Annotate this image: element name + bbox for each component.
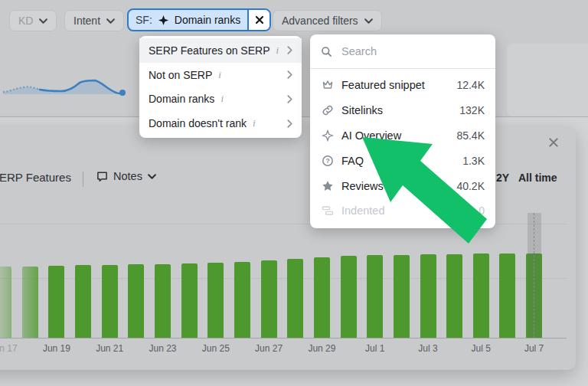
- menu-item-serp-features-on-serp[interactable]: SERP Features on SERP i: [139, 38, 302, 63]
- star-icon: [321, 180, 334, 192]
- hover-highlight-band: [528, 213, 541, 338]
- chevron-down-icon: [39, 18, 47, 24]
- x-tick-label: Jul 1: [352, 343, 398, 354]
- serp-feature-submenu: Featured snippet 12.4K Sitelinks 132K AI…: [310, 34, 495, 228]
- intent-label: Intent: [74, 15, 100, 27]
- feature-count: 40.2K: [456, 180, 485, 192]
- feature-label: Indented: [341, 204, 384, 217]
- x-tick-label: Jul 7: [511, 343, 557, 354]
- sf-dropdown-menu: SERP Features on SERP i Not on SERP i Do…: [139, 36, 302, 138]
- feature-row-ai-overview[interactable]: AI Overview 85.4K: [310, 123, 495, 149]
- feature-count: 12.4K: [456, 79, 485, 91]
- feature-label: Reviews: [341, 180, 384, 192]
- bar-jul-4: [446, 254, 462, 338]
- bar-jul-5: [473, 254, 489, 338]
- chevron-right-icon: [287, 119, 292, 128]
- search-input[interactable]: [340, 44, 473, 58]
- feature-count: 1.3K: [462, 155, 485, 167]
- bar-jun-21: [102, 265, 118, 338]
- feature-row-indented: Indented 0: [310, 198, 495, 224]
- menu-item-label: Not on SERP: [149, 69, 212, 81]
- x-tick-label: Jun 29: [299, 343, 345, 354]
- info-icon: i: [220, 93, 224, 105]
- sf-chip-remove-icon[interactable]: [247, 10, 270, 30]
- page: SERP Features Notes 2Y All time Jun 17Ju…: [0, 0, 588, 386]
- feature-label: FAQ: [341, 155, 364, 167]
- sf-filter-chip[interactable]: SF: Domain ranks: [127, 8, 271, 31]
- hover-crosshair-line: [534, 213, 534, 338]
- sf-value: Domain ranks: [175, 14, 240, 26]
- advanced-filters-button[interactable]: Advanced filters: [273, 10, 382, 31]
- bar-jun-26: [234, 262, 250, 338]
- chevron-right-icon: [287, 95, 292, 103]
- search-icon: [321, 46, 332, 57]
- kd-label: KD: [18, 15, 33, 27]
- feature-label: AI Overview: [341, 129, 401, 142]
- bar-jul-3: [420, 254, 436, 338]
- x-tick-label: Jun 19: [34, 343, 80, 354]
- chevron-right-icon: [287, 46, 292, 54]
- advanced-filters-label: Advanced filters: [282, 15, 358, 27]
- menu-item-domain-doesnt-rank[interactable]: Domain doesn't rank i: [139, 111, 302, 136]
- intent-filter-button[interactable]: Intent: [64, 10, 124, 31]
- bar-jul-2: [394, 255, 410, 338]
- bar-jun-24: [181, 263, 198, 338]
- menu-item-label: Domain ranks: [149, 93, 214, 105]
- bar-jun-23: [155, 264, 171, 338]
- indented-icon: [321, 204, 334, 217]
- submenu-search[interactable]: [310, 34, 495, 69]
- info-icon: i: [253, 117, 256, 129]
- bar-jul-1: [367, 255, 383, 338]
- menu-item-domain-ranks[interactable]: Domain ranks i: [139, 87, 302, 112]
- bar-jun-30: [341, 256, 357, 338]
- feature-row-faq[interactable]: ? FAQ 1.3K: [310, 148, 495, 173]
- bar-jun-29: [314, 257, 330, 338]
- x-tick-label: Jun 17: [0, 343, 27, 354]
- bar-jun-25: [207, 263, 224, 338]
- sparkline-endpoint-dot: [119, 90, 126, 96]
- feature-label: Sitelinks: [341, 104, 383, 116]
- keyword-trend-sparkline: [0, 74, 135, 104]
- x-tick-label: Jun 25: [193, 343, 239, 354]
- submenu-list: Featured snippet 12.4K Sitelinks 132K AI…: [310, 69, 495, 228]
- chevron-down-icon: [364, 18, 373, 24]
- menu-item-label: Domain doesn't rank: [149, 117, 247, 129]
- feature-count: 0: [479, 204, 485, 217]
- info-icon: i: [276, 44, 279, 57]
- feature-row-featured-snippet[interactable]: Featured snippet 12.4K: [310, 73, 495, 98]
- menu-item-label: SERP Features on SERP: [149, 44, 270, 57]
- svg-text:?: ?: [325, 157, 329, 165]
- bar-jun-22: [128, 264, 144, 338]
- bar-jun-28: [287, 259, 303, 338]
- sf-chip-main[interactable]: SF: Domain ranks: [129, 10, 247, 30]
- bar-jun-19: [48, 266, 64, 338]
- feature-row-reviews[interactable]: Reviews 40.2K: [310, 173, 495, 198]
- menu-item-not-on-serp[interactable]: Not on SERP i: [139, 63, 302, 87]
- x-tick-label: Jun 27: [246, 343, 292, 354]
- bar-jun-18: [22, 267, 38, 338]
- kd-filter-button[interactable]: KD: [9, 10, 57, 31]
- dimmed-background-card: [507, 44, 588, 116]
- chevron-right-icon: [287, 70, 292, 79]
- feature-count: 132K: [459, 104, 485, 116]
- ai-diamond-icon: [158, 15, 169, 26]
- feature-row-sitelinks[interactable]: Sitelinks 132K: [310, 98, 495, 123]
- x-tick-label: Jul 5: [458, 343, 504, 354]
- chevron-down-icon: [106, 18, 115, 24]
- crown-icon: [321, 79, 334, 91]
- bar-jul-6: [499, 254, 515, 338]
- ai-sparkle-icon: [321, 129, 334, 142]
- bar-jun-17: [0, 267, 11, 338]
- sitelinks-link-icon: [321, 104, 334, 116]
- feature-count: 85.4K: [456, 129, 485, 142]
- feature-label: Featured snippet: [341, 79, 425, 91]
- bar-jun-27: [261, 260, 277, 338]
- x-tick-label: Jun 23: [140, 343, 186, 354]
- question-circle-icon: ?: [321, 155, 334, 167]
- sf-prefix: SF:: [136, 14, 152, 26]
- x-tick-label: Jul 3: [405, 343, 451, 354]
- x-tick-label: Jun 21: [87, 343, 132, 354]
- info-icon: i: [218, 69, 221, 81]
- bar-jun-20: [75, 265, 91, 338]
